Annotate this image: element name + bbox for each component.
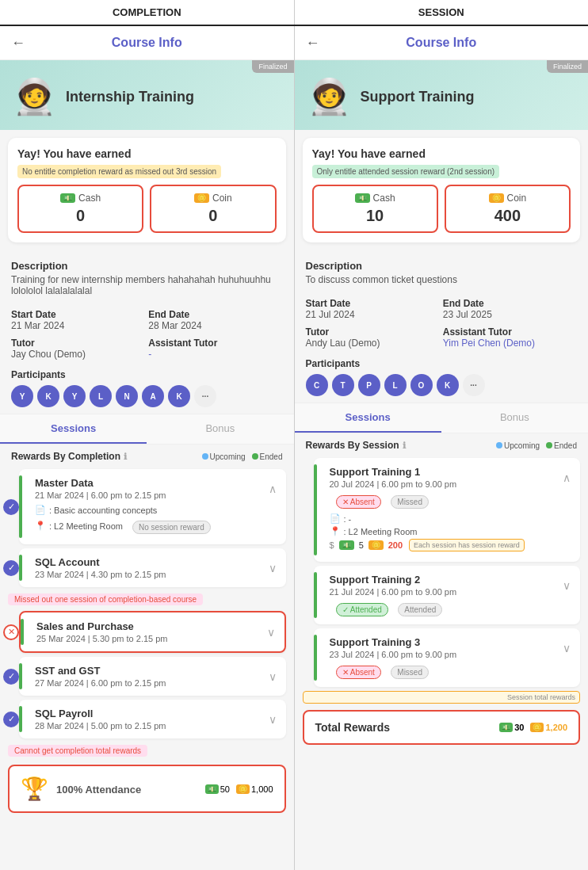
left-legend: Upcoming Ended bbox=[202, 452, 283, 461]
left-session-2-header: SQL Account 23 Mar 2024 | 4.30 pm to 2.1… bbox=[29, 556, 277, 579]
left-session-4[interactable]: SST and GST 27 Mar 2024 | 6.00 pm to 2.1… bbox=[19, 657, 286, 696]
left-session-5-chevron[interactable]: ∨ bbox=[269, 713, 277, 726]
right-coin-icon: 🪙 bbox=[489, 193, 504, 203]
left-tab-bonus[interactable]: Bonus bbox=[147, 414, 293, 444]
left-session-3[interactable]: Sales and Purchase 25 Mar 2024 | 5.30 pm… bbox=[19, 611, 286, 653]
left-session-2-bar bbox=[19, 555, 22, 581]
right-session-1-chevron[interactable]: ∧ bbox=[563, 471, 571, 484]
r-avatar-O: O bbox=[410, 374, 433, 396]
avatar-Y2: Y bbox=[63, 385, 86, 407]
right-reward-cash-val: 5 bbox=[359, 540, 364, 550]
left-session-3-header: Sales and Purchase 25 Mar 2024 | 5.30 pm… bbox=[30, 620, 275, 643]
left-earned-card: Yay! You have earned No entitle completi… bbox=[8, 138, 286, 242]
right-session-3-header: Support Training 3 23 Jul 2024 | 6.00 pm… bbox=[323, 636, 571, 659]
avatar-N: N bbox=[116, 385, 138, 407]
right-total-cash: 💵 30 bbox=[499, 723, 524, 732]
left-session-1-no-reward: No session reward bbox=[132, 521, 211, 534]
left-session-1-info: Master Data 21 Mar 2024 | 6.00 pm to 2.1… bbox=[29, 477, 269, 500]
left-cash-value: 0 bbox=[25, 207, 136, 225]
coin-icon: 🪙 bbox=[194, 193, 209, 203]
left-course-banner: 🧑‍🚀 Internship Training Finalized bbox=[0, 60, 294, 130]
right-session-2[interactable]: Support Training 2 21 Jul 2024 | 6.00 pm… bbox=[314, 566, 581, 624]
left-session-4-chevron[interactable]: ∨ bbox=[269, 670, 277, 683]
left-tutor-item: Tutor Jay Chou (Demo) bbox=[11, 338, 145, 360]
left-asst-tutor-item: Assistant Tutor - bbox=[148, 338, 282, 360]
left-session-2[interactable]: SQL Account 23 Mar 2024 | 4.30 pm to 2.1… bbox=[19, 548, 286, 587]
left-session-4-info: SST and GST 27 Mar 2024 | 6.00 pm to 2.1… bbox=[29, 665, 269, 688]
right-session-1-doc: 📄 : - bbox=[330, 513, 571, 524]
right-session-2-date: 21 Jul 2024 | 6.00 pm to 9.00 pm bbox=[330, 587, 563, 597]
right-session-2-attended-note: Attended bbox=[398, 603, 442, 616]
left-missed-note: Missed out one session of completion-bas… bbox=[8, 593, 203, 605]
left-earned-note: No entitle completion reward as missed o… bbox=[17, 165, 221, 178]
left-finalized-badge: Finalized bbox=[252, 60, 293, 73]
left-tab-sessions[interactable]: Sessions bbox=[0, 414, 147, 444]
right-session-1-info: Support Training 1 20 Jul 2024 | 6.00 pm… bbox=[323, 466, 563, 489]
right-rewards-label: Rewards By Session ℹ bbox=[306, 440, 406, 451]
left-session-4-bar bbox=[19, 663, 22, 689]
right-session-1-absent-badge: ✕ Absent bbox=[336, 495, 381, 509]
left-header-title: Course Info bbox=[112, 36, 182, 50]
right-total-rewards-label: Total Rewards bbox=[315, 721, 391, 734]
left-session-3-chevron[interactable]: ∨ bbox=[267, 626, 275, 639]
left-avatars: Y K Y L N A K ··· bbox=[11, 385, 283, 407]
right-panel: ← Course Info 🧑‍🚀 Support Training Final… bbox=[295, 26, 589, 870]
coin-mini-icon: 🪙 bbox=[236, 784, 250, 794]
right-cash-icon: 💵 bbox=[355, 193, 370, 203]
right-session-3-date: 23 Jul 2024 | 6.00 pm to 9.00 pm bbox=[330, 650, 563, 659]
right-session-2-title: Support Training 2 bbox=[330, 574, 563, 586]
left-coin-box: 🪙 Coin 0 bbox=[150, 185, 276, 233]
right-desc-text: To discuss common ticket questions bbox=[306, 274, 578, 285]
right-participants-label: Participants bbox=[306, 358, 578, 369]
right-info-grid: Start Date 21 Jul 2024 End Date 23 Jul 2… bbox=[295, 292, 589, 355]
right-reward-coin-val: 200 bbox=[388, 540, 403, 550]
left-session-2-chevron[interactable]: ∨ bbox=[269, 562, 277, 574]
left-reward-row: 💵 Cash 0 🪙 Coin 0 bbox=[17, 185, 277, 233]
right-desc-label: Description bbox=[306, 260, 578, 272]
right-header-title: Course Info bbox=[406, 36, 476, 50]
right-participants-section: Participants C T P L O K ··· bbox=[295, 355, 589, 403]
left-session-1-details: 📄 : Basic accounting concepts 📍 : L2 Mee… bbox=[35, 505, 277, 534]
right-back-button[interactable]: ← bbox=[306, 35, 320, 52]
avatar-more[interactable]: ··· bbox=[194, 385, 216, 407]
left-session-1-header: Master Data 21 Mar 2024 | 6.00 pm to 2.1… bbox=[29, 477, 277, 500]
right-tab-bonus[interactable]: Bonus bbox=[441, 403, 588, 433]
left-end-date-item: End Date 28 Mar 2024 bbox=[148, 309, 282, 331]
right-session-1-header: Support Training 1 20 Jul 2024 | 6.00 pm… bbox=[323, 466, 571, 489]
right-session-3[interactable]: Support Training 3 23 Jul 2024 | 6.00 pm… bbox=[314, 628, 581, 687]
right-session-3-bar bbox=[314, 635, 317, 681]
r-avatar-more[interactable]: ··· bbox=[463, 374, 485, 396]
left-session-3-info: Sales and Purchase 25 Mar 2024 | 5.30 pm… bbox=[30, 620, 267, 643]
left-completion-label: 100% Attendance bbox=[56, 782, 197, 796]
right-session-1-date: 20 Jul 2024 | 6.00 pm to 9.00 pm bbox=[330, 479, 563, 489]
left-course-title: Internship Training bbox=[66, 89, 194, 105]
left-description-section: Description Training for new internship … bbox=[0, 250, 294, 303]
right-session-reward-note: Each session has session reward bbox=[409, 539, 525, 551]
left-session-5[interactable]: SQL Payroll 28 Mar 2024 | 5.00 pm to 2.1… bbox=[19, 700, 286, 738]
left-session-1-chevron[interactable]: ∧ bbox=[269, 483, 277, 495]
left-tabs-bar: Sessions Bonus bbox=[0, 414, 294, 445]
left-coin-label: 🪙 Coin bbox=[158, 193, 268, 204]
right-reward-coin-icon: 🪙 bbox=[368, 540, 384, 550]
tab-session[interactable]: SESSION bbox=[295, 0, 589, 25]
right-session-2-chevron[interactable]: ∨ bbox=[563, 579, 571, 592]
right-earned-card: Yay! You have earned Only entitle attend… bbox=[303, 138, 581, 242]
left-start-date-item: Start Date 21 Mar 2024 bbox=[11, 309, 145, 331]
right-description-section: Description To discuss common ticket que… bbox=[295, 250, 589, 292]
tab-completion[interactable]: COMPLETION bbox=[0, 0, 295, 25]
right-session-3-chevron[interactable]: ∨ bbox=[563, 642, 571, 654]
right-session-3-missed-badge: Missed bbox=[391, 666, 429, 679]
right-session-1[interactable]: Support Training 1 20 Jul 2024 | 6.00 pm… bbox=[314, 458, 581, 562]
left-session-3-date: 25 Mar 2024 | 5.30 pm to 2.15 pm bbox=[36, 634, 267, 643]
right-info-icon: ℹ bbox=[403, 441, 406, 451]
right-tab-sessions[interactable]: Sessions bbox=[295, 403, 441, 433]
avatar-K2: K bbox=[168, 385, 190, 407]
right-cash-value: 10 bbox=[320, 207, 430, 225]
right-session-3-badges: ✕ Absent Missed bbox=[330, 662, 571, 679]
right-earned-heading: Yay! You have earned bbox=[312, 147, 571, 160]
left-session-1-title: Master Data bbox=[35, 477, 269, 489]
left-session-4-date: 27 Mar 2024 | 6.00 pm to 2.15 pm bbox=[35, 678, 269, 688]
avatar-A: A bbox=[142, 385, 164, 407]
left-back-button[interactable]: ← bbox=[11, 35, 25, 52]
left-session-1[interactable]: Master Data 21 Mar 2024 | 6.00 pm to 2.1… bbox=[19, 469, 286, 544]
